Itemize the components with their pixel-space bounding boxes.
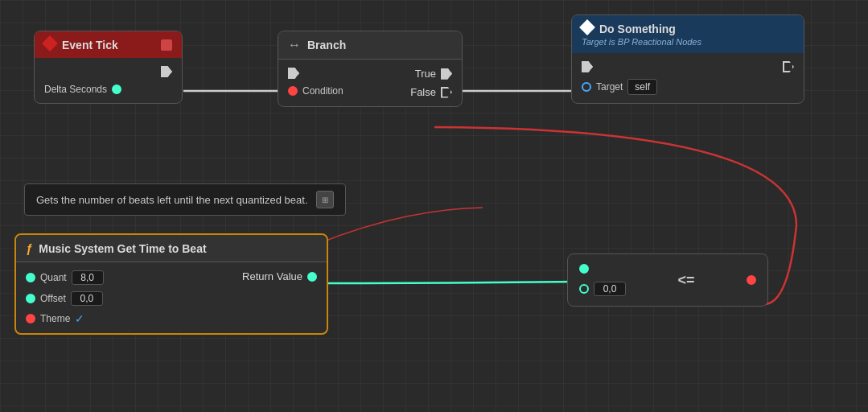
do-something-left: Target self — [582, 61, 688, 95]
theme-pin: Theme ✓ — [26, 312, 171, 325]
branch-true-arrow — [441, 68, 452, 80]
event-tick-title: Event Tick — [62, 39, 118, 52]
do-something-diamond — [582, 22, 593, 35]
comp-out-pin — [747, 275, 756, 285]
offset-pin: Offset 0,0 — [26, 291, 171, 306]
branch-rows: Condition True False — [288, 68, 452, 98]
do-something-right — [688, 61, 794, 95]
branch-true-label: True — [415, 68, 436, 80]
tooltip-text: Gets the number of beats left until the … — [36, 194, 308, 206]
branch-icon: ↔ — [288, 38, 301, 52]
node-branch: ↔ Branch Condition True False — [278, 31, 463, 107]
return-value-pin: Return Value — [242, 270, 317, 282]
do-exec-out-arrow — [783, 61, 794, 72]
branch-exec-in-arrow — [288, 68, 299, 79]
do-target-label: Target — [596, 81, 623, 93]
do-something-subtitle: Target is BP Reactional Nodes — [582, 37, 701, 47]
branch-true-pin: True — [415, 68, 452, 80]
do-target-circle — [582, 82, 591, 92]
node-do-something: Do Something Target is BP Reactional Nod… — [571, 14, 804, 104]
event-tick-header: Event Tick — [35, 31, 182, 58]
music-body: Quant 8,0 Offset 0,0 Theme ✓ Return Valu… — [16, 262, 327, 333]
offset-label: Offset — [40, 293, 66, 304]
comp-right — [747, 275, 756, 285]
branch-exec-in — [288, 68, 370, 79]
branch-header: ↔ Branch — [278, 31, 462, 60]
branch-false-arrow — [441, 87, 452, 98]
quant-circle — [26, 273, 35, 282]
node-music: ƒ Music System Get Time to Beat Quant 8,… — [14, 233, 328, 335]
tooltip-icon: ⊞ — [316, 191, 334, 208]
diamond-icon-red — [44, 38, 56, 52]
condition-label: Condition — [302, 85, 343, 97]
comp-top-in — [579, 264, 589, 274]
do-target-pin: Target self — [582, 79, 688, 95]
comp-value[interactable]: 0,0 — [594, 282, 626, 296]
quant-value[interactable]: 8,0 — [72, 270, 104, 285]
wire-green-return — [314, 282, 579, 283]
branch-false-label: False — [410, 86, 436, 98]
comp-top-circle — [579, 264, 589, 274]
branch-condition-pin: Condition — [288, 85, 370, 97]
do-something-rows: Target self — [582, 61, 794, 95]
return-value-circle — [307, 272, 317, 282]
do-something-body: Target self — [572, 53, 804, 103]
theme-label: Theme — [40, 313, 70, 324]
music-header: ƒ Music System Get Time to Beat — [16, 235, 327, 262]
comp-bottom-circle — [579, 284, 589, 294]
delta-seconds-circle — [112, 84, 121, 94]
music-title: Music System Get Time to Beat — [39, 242, 206, 255]
branch-title: Branch — [307, 39, 346, 52]
do-exec-in-arrow — [582, 61, 593, 72]
do-target-value: self — [627, 79, 657, 95]
theme-circle — [26, 314, 35, 323]
return-value-label: Return Value — [242, 270, 302, 282]
quant-label: Quant — [40, 272, 67, 283]
branch-left: Condition — [288, 68, 370, 98]
do-something-header: Do Something Target is BP Reactional Nod… — [572, 15, 804, 53]
delta-seconds-pin: Delta Seconds — [44, 84, 172, 95]
event-tick-close — [161, 39, 172, 51]
do-something-title: Do Something — [599, 23, 676, 35]
node-comparator: 0,0 <= — [567, 253, 768, 307]
delta-seconds-label: Delta Seconds — [44, 84, 107, 95]
offset-circle — [26, 294, 35, 303]
node-event-tick: Event Tick Delta Seconds — [34, 31, 183, 104]
branch-false-pin: False — [410, 86, 452, 98]
exec-out-pin — [44, 66, 172, 77]
quant-pin: Quant 8,0 — [26, 270, 171, 285]
event-tick-body: Delta Seconds — [35, 58, 182, 103]
tooltip-box: Gets the number of beats left until the … — [24, 183, 346, 216]
music-rows: Quant 8,0 Offset 0,0 Theme ✓ Return Valu… — [26, 270, 317, 325]
branch-right: True False — [370, 68, 452, 98]
comp-out-circle — [747, 275, 756, 285]
comp-bottom-in: 0,0 — [579, 282, 626, 296]
music-right: Return Value — [171, 270, 317, 325]
theme-checkmark: ✓ — [75, 312, 84, 325]
do-something-header-row: Do Something — [582, 22, 676, 35]
do-exec-out — [783, 61, 794, 72]
condition-circle — [288, 86, 298, 96]
f-function-icon: ƒ — [26, 241, 32, 255]
music-left: Quant 8,0 Offset 0,0 Theme ✓ — [26, 270, 171, 325]
offset-value[interactable]: 0,0 — [71, 291, 103, 306]
do-exec-in — [582, 61, 688, 72]
comp-left: 0,0 — [579, 264, 626, 296]
leq-symbol: <= — [634, 272, 738, 289]
exec-out-arrow — [161, 66, 172, 77]
branch-body: Condition True False — [278, 60, 462, 106]
